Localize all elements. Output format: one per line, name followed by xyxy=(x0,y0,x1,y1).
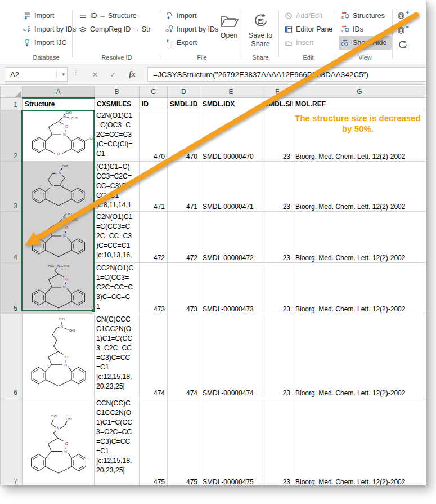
cell-F6[interactable]: 23 xyxy=(262,314,293,398)
column-header-B[interactable]: B xyxy=(95,86,140,98)
column-header-D[interactable]: D xyxy=(168,86,200,98)
cell-F1[interactable]: SMDL.SID xyxy=(262,98,293,110)
cell-B5[interactable]: CC2N(O1)C 1=C(CC3= C2C=CC=C 3)C=CC=C 1 xyxy=(95,263,140,314)
editor-pane-icon xyxy=(284,25,293,34)
show-hide-button[interactable]: Show/Hide xyxy=(339,36,392,50)
column-header-C[interactable]: C xyxy=(140,86,168,98)
group-label-view: View xyxy=(339,54,392,61)
cell-F4[interactable]: 23 xyxy=(262,212,293,263)
increase-structure-size-button[interactable] xyxy=(395,9,410,21)
cell-E3[interactable]: SMDL-00000471 xyxy=(200,162,262,212)
column-header-A[interactable]: A xyxy=(23,86,95,98)
editor-pane-button[interactable]: Editor Pane xyxy=(282,23,335,36)
cancel-button[interactable]: ✕ xyxy=(88,67,102,82)
cell-C6[interactable]: 474 xyxy=(140,314,168,398)
formula-bar-grip[interactable]: ⋮ xyxy=(72,68,79,77)
select-all-corner[interactable] xyxy=(1,86,23,98)
cell-B6[interactable]: CN(C)CCC C1CC2N(O 1)C1=C(CC 3=C2C=CC =C3… xyxy=(95,314,140,398)
annotation-text: The structure size is decreased by 50%. xyxy=(294,113,422,134)
cell-B7[interactable]: CCN(CC)C C1CC2N(O 1)C1=C(CC 3=C2C=CC =C3… xyxy=(95,398,140,486)
cell-G4[interactable]: Bioorg. Med. Chem. Lett. 12(2)-2002 xyxy=(293,212,426,263)
cell-D2[interactable]: 470 xyxy=(168,110,200,162)
column-header-E[interactable]: E xyxy=(200,86,262,98)
cell-F5[interactable]: 23 xyxy=(262,263,293,314)
cell-G1[interactable]: MOL.REF xyxy=(293,98,426,110)
column-header-G[interactable]: G xyxy=(293,86,426,98)
cell-A4[interactable]: N O N CH3 CH3 xyxy=(23,212,95,263)
column-header-F[interactable]: F xyxy=(262,86,293,98)
benzene-to-id-icon: ID xyxy=(340,25,350,34)
cell-E1[interactable]: SMDL.IDX xyxy=(200,98,262,110)
open-button[interactable]: Open xyxy=(217,10,241,40)
decrease-structure-size-button[interactable] xyxy=(395,24,410,36)
cell-A5[interactable]: N O N H3C CH3 xyxy=(23,263,95,314)
cell-D4[interactable]: 472 xyxy=(168,212,200,263)
cell-C4[interactable]: 472 xyxy=(140,212,168,263)
cell-A1[interactable]: Structure xyxy=(23,98,95,110)
enter-icon: ✓ xyxy=(110,70,116,79)
cell-A7[interactable]: N O N CH3 CH3 xyxy=(23,398,95,486)
cell-D7[interactable]: 475 xyxy=(168,398,200,486)
db-import-ijc-button[interactable]: Import IJC xyxy=(20,36,72,50)
cell-C1[interactable]: ID xyxy=(140,98,168,110)
insert-button[interactable]: Insert xyxy=(282,36,335,50)
add-edit-button[interactable]: Add/Edit xyxy=(282,9,335,23)
svg-text:N: N xyxy=(64,449,67,453)
cell-G5[interactable]: Bioorg. Med. Chem. Lett. 12(2)-2002 xyxy=(293,263,426,314)
cell-D6[interactable]: 474 xyxy=(168,314,200,398)
row-header-1[interactable]: 1 xyxy=(1,98,23,110)
cell-B1[interactable]: CXSMILES xyxy=(95,98,140,110)
row-header-5[interactable]: 5 xyxy=(1,263,23,314)
cell-E5[interactable]: SMDL-00000473 xyxy=(200,263,262,314)
cell-A2[interactable]: O N O Cl N CH3 CH3 xyxy=(23,110,95,162)
folder-open-icon xyxy=(219,10,239,29)
view-structures-button[interactable]: ID Structures xyxy=(339,9,392,23)
cell-D1[interactable]: SMDL.ID xyxy=(168,98,200,110)
compreg-id-to-str-button[interactable]: CompReg ID → Str xyxy=(76,23,158,36)
db-import-by-ids-button[interactable]: ID Import by IDs xyxy=(20,23,72,36)
row-header-2[interactable]: 2 xyxy=(1,110,23,162)
name-box[interactable]: A2 ▾ xyxy=(5,67,68,82)
row-header-3[interactable]: 3 xyxy=(1,162,23,212)
svg-text:O: O xyxy=(57,152,60,156)
save-share-icon xyxy=(252,10,269,29)
id-to-structure-button[interactable]: ID → Structure xyxy=(76,9,158,23)
cell-E2[interactable]: SMDL-00000470 xyxy=(200,110,262,162)
svg-text:CH3: CH3 xyxy=(63,265,69,268)
cell-C5[interactable]: 473 xyxy=(140,263,168,314)
cell-D5[interactable]: 473 xyxy=(168,263,200,314)
svg-text:CH3: CH3 xyxy=(62,164,68,168)
enter-button[interactable]: ✓ xyxy=(106,67,120,82)
insert-function-button[interactable]: fx xyxy=(125,67,140,82)
cell-A3[interactable]: N N CH3 xyxy=(23,162,95,212)
cell-F7[interactable]: 23 xyxy=(262,398,293,486)
cell-G3[interactable]: Bioorg. Med. Chem. Lett. 12(2)-2002 xyxy=(293,162,426,212)
cell-A6[interactable]: N O N CH3 CH3 xyxy=(23,314,95,398)
cell-B3[interactable]: (C1)C1=C( CC3=C2C= CC=C3)C= CC=C1 |c:8,1… xyxy=(95,162,140,212)
row-header-6[interactable]: 6 xyxy=(1,314,23,398)
save-to-share-button[interactable]: Save to Share xyxy=(244,10,277,48)
cell-B4[interactable]: C2N(O1)C1 =C(CC3=C 2C=CC=C3 )C=CC=C1 |c:… xyxy=(95,212,140,263)
cell-E6[interactable]: SMDL-00000474 xyxy=(200,314,262,398)
view-ids-button[interactable]: ID IDs xyxy=(339,23,392,36)
page-import-icon xyxy=(164,11,174,20)
cell-C3[interactable]: 471 xyxy=(140,162,168,212)
row-header-4[interactable]: 4 xyxy=(1,212,23,263)
cell-F3[interactable]: 23 xyxy=(262,162,293,212)
svg-text:Cl: Cl xyxy=(89,136,93,140)
row-header-7[interactable]: 7 xyxy=(1,398,23,486)
cell-F2[interactable]: 23 xyxy=(262,110,293,162)
cell-G7[interactable]: Bioorg. Med. Chem. Lett. 12(2)-2002 xyxy=(293,398,426,486)
cell-C7[interactable]: 475 xyxy=(140,398,168,486)
refresh-button[interactable] xyxy=(395,38,410,51)
cell-B2[interactable]: C2N(O1)C1 =C(OC3=C 2C=CC=C3 )C=CC(Cl)= C… xyxy=(95,110,140,162)
cell-G6[interactable]: Bioorg. Med. Chem. Lett. 12(2)-2002 xyxy=(293,314,426,398)
cell-E7[interactable]: SMDL-00000475 xyxy=(200,398,262,486)
cell-C2[interactable]: 470 xyxy=(140,110,168,162)
cell-D3[interactable]: 471 xyxy=(168,162,200,212)
name-box-dropdown-icon[interactable]: ▾ xyxy=(62,72,65,77)
db-import-button[interactable]: Import xyxy=(20,9,72,23)
cell-E4[interactable]: SMDL-00000472 xyxy=(200,212,262,263)
svg-text:O: O xyxy=(65,441,68,445)
formula-input[interactable]: =JCSYSStructure("26792E3837AAAA12F966D70… xyxy=(147,67,426,82)
